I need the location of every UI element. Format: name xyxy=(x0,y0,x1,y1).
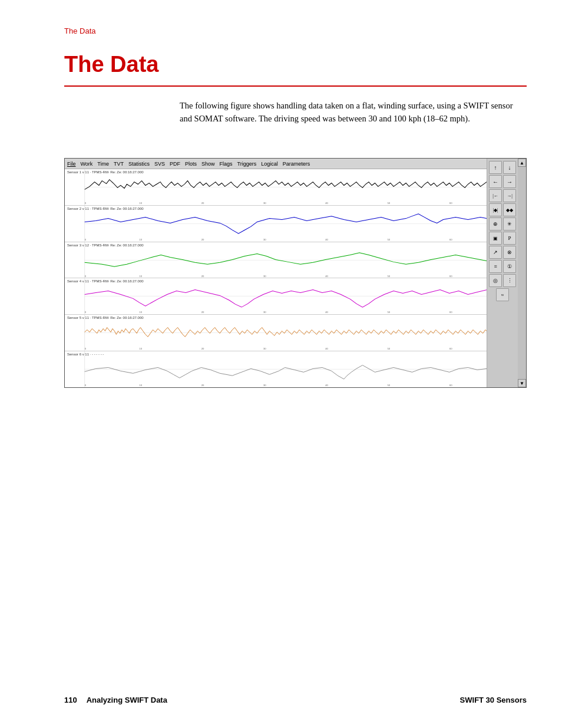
svg-text:20: 20 xyxy=(201,311,204,314)
svg-text:20: 20 xyxy=(201,384,204,387)
zoom-in-button[interactable]: ⊕ xyxy=(489,218,502,230)
footer-page-number: 110 xyxy=(64,696,77,704)
svg-text:0: 0 xyxy=(85,202,87,205)
menu-work[interactable]: Work xyxy=(81,161,93,167)
svg-text:10: 10 xyxy=(139,347,142,350)
toolbar-row-9: ◎ ⋮ xyxy=(489,274,516,287)
panel-3-label: Sensor 3 v 12 · TPMS-RM· Re: Ze: 00:16:2… xyxy=(67,243,144,247)
toolbar-row-1: ↑ ↓ xyxy=(489,161,516,174)
scroll-left-button[interactable]: ← xyxy=(489,175,502,188)
scroll-right-button[interactable]: → xyxy=(503,175,516,188)
menu-logical[interactable]: Logical xyxy=(261,161,278,167)
toolbar: ↑ ↓ ← → |← →| |◆| ◆◆ ⊕ ✳ ▣ P ↗ ⊗ ≡ ① xyxy=(487,159,518,387)
menu-parameters[interactable]: Parameters xyxy=(283,161,310,167)
svg-text:30: 30 xyxy=(263,238,266,241)
toolbar-row-4: |◆| ◆◆ xyxy=(489,203,516,216)
end-button[interactable]: →| xyxy=(503,189,516,202)
menu-tvt[interactable]: TVT xyxy=(114,161,124,167)
svg-text:10: 10 xyxy=(139,384,142,387)
measure-button[interactable]: ▣ xyxy=(489,232,502,245)
svg-text:50: 50 xyxy=(388,311,391,314)
panel-1-label: Sensor 1 v 11 · TPMS-RM· Re: Ze: 00:16:2… xyxy=(67,170,144,174)
scrollbar-up-arrow[interactable]: ▲ xyxy=(518,159,526,167)
expand-button[interactable]: ◆◆ xyxy=(503,203,516,216)
wave-button[interactable]: ≈ xyxy=(496,288,509,301)
footer-left: 110 Analyzing SWIFT Data xyxy=(64,696,167,704)
panel-6-label: Sensor 6 v 11 · - - - - - - xyxy=(67,353,104,356)
pin-button[interactable]: P xyxy=(503,232,516,245)
panel-5-label: Sensor 5 v 11 · TPMS-RM· Re: Ze: 00:16:2… xyxy=(67,316,144,319)
page-title: The Data xyxy=(64,52,158,77)
svg-text:40: 40 xyxy=(325,238,328,241)
svg-text:10: 10 xyxy=(139,238,142,241)
svg-text:30: 30 xyxy=(263,311,266,314)
chart-panel-3: Sensor 3 v 12 · TPMS-RM· Re: Ze: 00:16:2… xyxy=(65,242,487,279)
menu-flags[interactable]: Flags xyxy=(220,161,233,167)
svg-text:10: 10 xyxy=(139,311,142,314)
toolbar-row-7: ↗ ⊗ xyxy=(489,246,516,259)
svg-text:40: 40 xyxy=(325,311,328,314)
svg-text:40: 40 xyxy=(325,275,328,278)
toolbar-row-6: ▣ P xyxy=(489,232,516,245)
panel-4-label: Sensor 4 v 11 · TPMS-RM· Re: Ze: 00:16:2… xyxy=(67,279,144,283)
cursor-button[interactable]: ↗ xyxy=(489,246,502,259)
svg-text:60: 60 xyxy=(449,311,452,314)
svg-text:0: 0 xyxy=(85,384,87,387)
toolbar-row-8: ≡ ① xyxy=(489,260,516,273)
start-button[interactable]: |← xyxy=(489,189,502,202)
svg-text:0: 0 xyxy=(85,311,87,314)
scrollbar-down-arrow[interactable]: ▼ xyxy=(518,379,526,387)
menu-statistics[interactable]: Statistics xyxy=(128,161,150,167)
svg-text:30: 30 xyxy=(263,202,266,205)
svg-text:20: 20 xyxy=(201,238,204,241)
svg-text:60: 60 xyxy=(449,384,452,387)
menu-svs[interactable]: SVS xyxy=(154,161,165,167)
svg-text:40: 40 xyxy=(325,202,328,205)
scroll-up-button[interactable]: ↑ xyxy=(489,161,502,174)
scrollbar[interactable]: ▲ ▼ xyxy=(518,159,526,387)
toolbar-row-5: ⊕ ✳ xyxy=(489,218,516,230)
chart-panel-1: Sensor 1 v 11 · TPMS-RM· Re: Ze: 00:16:2… xyxy=(65,169,487,206)
menu-pdf[interactable]: PDF xyxy=(170,161,180,167)
chart-panel-4: Sensor 4 v 11 · TPMS-RM· Re: Ze: 00:16:2… xyxy=(65,278,487,315)
toolbar-row-2: ← → xyxy=(489,175,516,188)
scroll-down-button[interactable]: ↓ xyxy=(503,161,516,174)
chart-panel-6: Sensor 6 v 11 · - - - - - - 0 10 20 30 4… xyxy=(65,351,487,387)
body-text: The following figure shows handling data… xyxy=(180,99,515,126)
scrollbar-track[interactable] xyxy=(518,167,526,379)
svg-text:60: 60 xyxy=(449,202,452,205)
footer-section: Analyzing SWIFT Data xyxy=(87,696,167,704)
zoom-out-button[interactable]: ✳ xyxy=(503,218,516,230)
svg-text:50: 50 xyxy=(388,275,391,278)
menu-show[interactable]: Show xyxy=(201,161,215,167)
list-button[interactable]: ≡ xyxy=(489,260,502,273)
svg-text:50: 50 xyxy=(388,347,391,350)
circle-button[interactable]: ◎ xyxy=(489,274,502,287)
svg-text:50: 50 xyxy=(388,202,391,205)
panel-2-label: Sensor 2 v 11 · TPMS-RM· Re: Ze: 00:16:2… xyxy=(67,207,144,210)
menu-file[interactable]: File xyxy=(67,161,76,167)
svg-text:30: 30 xyxy=(263,275,266,278)
svg-text:20: 20 xyxy=(201,202,204,205)
svg-text:20: 20 xyxy=(201,347,204,350)
menu-time[interactable]: Time xyxy=(97,161,109,167)
svg-text:30: 30 xyxy=(263,347,266,350)
svg-text:10: 10 xyxy=(139,275,142,278)
menu-triggers[interactable]: Triggers xyxy=(237,161,257,167)
toolbar-row-10: ≈ xyxy=(496,288,509,301)
menu-plots[interactable]: Plots xyxy=(185,161,197,167)
svg-text:0: 0 xyxy=(85,347,87,350)
more-button[interactable]: ⋮ xyxy=(503,274,516,287)
svg-text:0: 0 xyxy=(85,238,87,241)
fit-button[interactable]: |◆| xyxy=(489,203,502,216)
svg-text:60: 60 xyxy=(449,275,452,278)
close-x-button[interactable]: ⊗ xyxy=(503,246,516,259)
menu-bar[interactable]: File Work Time TVT Statistics SVS PDF Pl… xyxy=(65,159,487,169)
svg-text:60: 60 xyxy=(449,347,452,350)
svg-text:20: 20 xyxy=(201,275,204,278)
chart-panel-5: Sensor 5 v 11 · TPMS-RM· Re: Ze: 00:16:2… xyxy=(65,315,487,351)
chart-panel-2: Sensor 2 v 11 · TPMS-RM· Re: Ze: 00:16:2… xyxy=(65,206,487,242)
copy-button[interactable]: ① xyxy=(503,260,516,273)
svg-text:40: 40 xyxy=(325,384,328,387)
toolbar-row-3: |← →| xyxy=(489,189,516,202)
